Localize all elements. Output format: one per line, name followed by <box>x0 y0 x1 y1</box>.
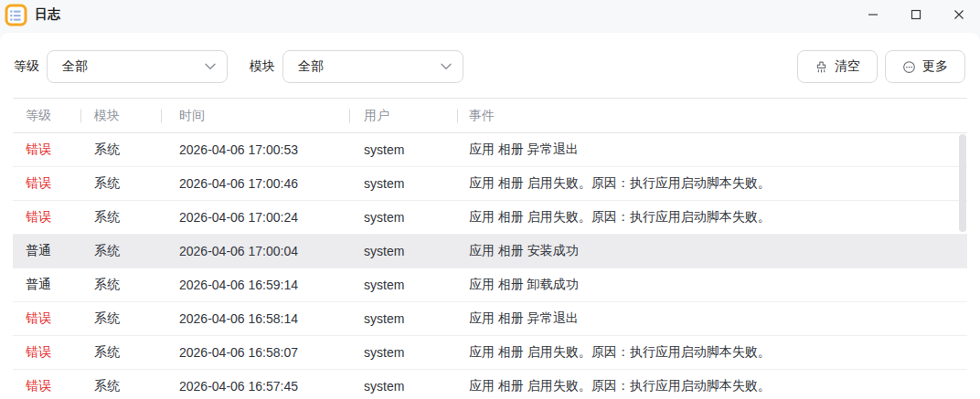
cell-level: 错误 <box>13 167 80 201</box>
cell-event: 应用 相册 安装成功 <box>457 235 967 268</box>
maximize-icon <box>911 9 921 20</box>
table-row[interactable]: 错误 系统 2026-04-06 17:00:24 system 应用 相册 启… <box>13 201 967 235</box>
table-row[interactable]: 普通 系统 2026-04-06 16:59:14 system 应用 相册 卸… <box>13 268 967 302</box>
cell-module: 系统 <box>80 133 161 167</box>
cell-level: 普通 <box>13 235 80 268</box>
scrollbar-thumb[interactable] <box>959 134 966 232</box>
log-app-icon <box>5 4 27 26</box>
cell-user: system <box>349 167 457 201</box>
scrollbar-track <box>960 98 967 399</box>
cell-user: system <box>349 268 457 302</box>
more-button-label: 更多 <box>922 58 948 75</box>
minimize-icon <box>868 9 879 20</box>
cell-user: system <box>349 302 457 336</box>
cell-level: 普通 <box>13 268 80 302</box>
column-header-event: 事件 <box>457 99 967 133</box>
cell-level: 错误 <box>13 133 80 167</box>
level-select-value: 全部 <box>62 58 205 75</box>
close-icon <box>953 9 964 20</box>
log-table-header: 等级 模块 时间 用户 事件 <box>13 99 967 133</box>
cell-level: 错误 <box>13 370 80 399</box>
ellipsis-circle-icon <box>902 60 916 74</box>
log-window: 日志 等级 全部 模块 全部 <box>0 0 980 399</box>
titlebar: 日志 <box>0 0 980 29</box>
filter-bar: 等级 全部 模块 全部 <box>0 33 980 85</box>
cell-time: 2026-04-06 16:58:14 <box>161 302 349 336</box>
log-table-body: 错误 系统 2026-04-06 17:00:53 system 应用 相册 异… <box>13 133 967 399</box>
cell-event: 应用 相册 异常退出 <box>457 133 967 167</box>
cell-user: system <box>349 370 457 399</box>
window-controls <box>851 0 980 29</box>
table-row[interactable]: 错误 系统 2026-04-06 17:00:46 system 应用 相册 启… <box>13 167 967 201</box>
brush-icon <box>815 60 828 74</box>
column-header-module: 模块 <box>80 99 161 133</box>
table-row[interactable]: 错误 系统 2026-04-06 16:57:45 system 应用 相册 启… <box>13 370 967 399</box>
cell-module: 系统 <box>80 370 161 399</box>
cell-module: 系统 <box>80 235 161 268</box>
minimize-button[interactable] <box>851 0 894 29</box>
cell-user: system <box>349 336 457 370</box>
log-table: 等级 模块 时间 用户 事件 错误 系统 2026-04-06 17:00:53… <box>13 98 967 399</box>
cell-level: 错误 <box>13 336 80 370</box>
module-select-value: 全部 <box>298 58 441 75</box>
chevron-down-icon <box>441 63 452 70</box>
cell-time: 2026-04-06 17:00:24 <box>161 201 349 235</box>
cell-time: 2026-04-06 16:58:07 <box>161 336 349 370</box>
table-row[interactable]: 普通 系统 2026-04-06 17:00:04 system 应用 相册 安… <box>13 235 967 268</box>
column-header-level: 等级 <box>13 99 80 133</box>
more-button[interactable]: 更多 <box>885 50 965 83</box>
cell-event: 应用 相册 启用失败。原因：执行应用启动脚本失败。 <box>457 370 967 399</box>
cell-level: 错误 <box>13 302 80 336</box>
cell-event: 应用 相册 启用失败。原因：执行应用启动脚本失败。 <box>457 201 967 235</box>
cell-time: 2026-04-06 17:00:53 <box>161 133 349 167</box>
table-row[interactable]: 错误 系统 2026-04-06 16:58:07 system 应用 相册 启… <box>13 336 967 370</box>
cell-module: 系统 <box>80 167 161 201</box>
content-panel: 等级 全部 模块 全部 <box>0 33 980 399</box>
cell-user: system <box>349 235 457 268</box>
close-button[interactable] <box>937 0 980 29</box>
level-filter-label: 等级 <box>14 58 39 75</box>
cell-module: 系统 <box>80 336 161 370</box>
clear-button[interactable]: 清空 <box>797 50 878 83</box>
cell-module: 系统 <box>80 268 161 302</box>
cell-time: 2026-04-06 17:00:04 <box>161 235 349 268</box>
table-row[interactable]: 错误 系统 2026-04-06 17:00:53 system 应用 相册 异… <box>13 133 967 167</box>
maximize-button[interactable] <box>894 0 937 29</box>
cell-event: 应用 相册 启用失败。原因：执行应用启动脚本失败。 <box>457 336 967 370</box>
chevron-down-icon <box>205 63 216 70</box>
cell-module: 系统 <box>80 201 161 235</box>
cell-event: 应用 相册 启用失败。原因：执行应用启动脚本失败。 <box>457 167 967 201</box>
log-table-area: 等级 模块 时间 用户 事件 错误 系统 2026-04-06 17:00:53… <box>13 98 967 399</box>
cell-user: system <box>349 201 457 235</box>
cell-time: 2026-04-06 16:57:45 <box>161 370 349 399</box>
module-select[interactable]: 全部 <box>282 50 463 83</box>
cell-time: 2026-04-06 16:59:14 <box>161 268 349 302</box>
column-header-time: 时间 <box>161 99 349 133</box>
clear-button-label: 清空 <box>835 58 860 75</box>
table-row[interactable]: 错误 系统 2026-04-06 16:58:14 system 应用 相册 异… <box>13 302 967 336</box>
column-header-user: 用户 <box>349 99 457 133</box>
level-select[interactable]: 全部 <box>47 50 228 83</box>
cell-event: 应用 相册 异常退出 <box>457 302 967 336</box>
window-title: 日志 <box>35 6 60 23</box>
cell-event: 应用 相册 卸载成功 <box>457 268 967 302</box>
cell-module: 系统 <box>80 302 161 336</box>
cell-level: 错误 <box>13 201 80 235</box>
module-filter-label: 模块 <box>250 58 275 75</box>
cell-time: 2026-04-06 17:00:46 <box>161 167 349 201</box>
cell-user: system <box>349 133 457 167</box>
